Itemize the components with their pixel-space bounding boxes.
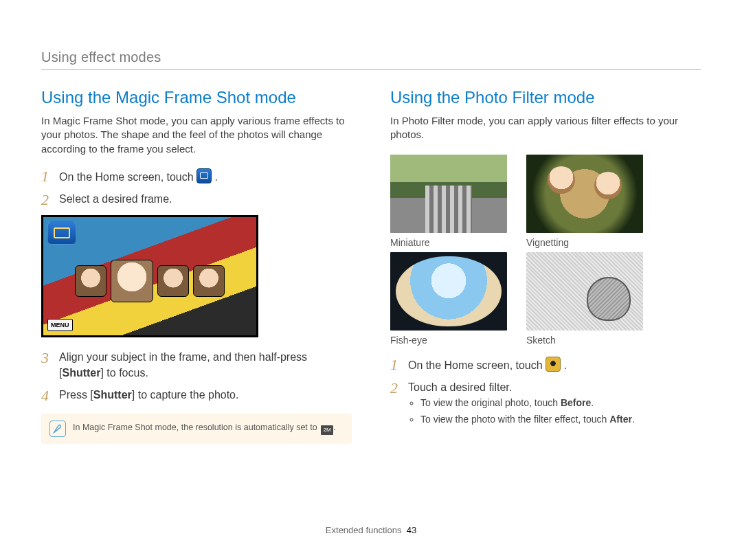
step-1: 1 On the Home screen, touch .: [41, 168, 352, 185]
step-text: On the Home screen, touch .: [408, 357, 701, 373]
sub-bullets: To view the original photo, touch Before…: [408, 396, 701, 426]
section-title-magic-frame: Using the Magic Frame Shot mode: [41, 88, 352, 107]
filter-label: Miniature: [390, 237, 507, 248]
step-text: Touch a desired filter. To view the orig…: [408, 380, 701, 429]
magic-frame-mode-icon: [196, 168, 212, 183]
step-3: 3 Align your subject in the frame, and t…: [41, 350, 352, 381]
intro-text: In Photo Filter mode, you can apply vari…: [390, 114, 701, 142]
filter-example: Sketch: [526, 252, 643, 346]
text-fragment: ] to focus.: [100, 367, 148, 379]
manual-page: Using effect modes Using the Magic Frame…: [0, 0, 742, 471]
intro-text: In Magic Frame Shot mode, you can apply …: [41, 114, 352, 156]
before-label: Before: [561, 397, 591, 408]
step-number: 1: [390, 357, 408, 373]
filter-example: Vignetting: [526, 155, 643, 248]
breadcrumb: Using effect modes: [41, 49, 701, 70]
bullet-item: To view the original photo, touch Before…: [420, 396, 701, 410]
step-4: 4 Press [Shutter] to capture the photo.: [41, 388, 352, 404]
step-1: 1 On the Home screen, touch .: [390, 357, 701, 373]
step-number: 2: [41, 192, 59, 208]
steps-list: 1 On the Home screen, touch . 2 Touch a …: [390, 357, 701, 429]
page-number: 43: [407, 525, 416, 535]
two-column-layout: Using the Magic Frame Shot mode In Magic…: [41, 88, 701, 444]
text-fragment: .: [632, 414, 635, 425]
text-fragment: On the Home screen, touch: [59, 171, 196, 183]
bullet-item: To view the photo with the filter effect…: [420, 413, 701, 427]
filter-example: Fish-eye: [390, 252, 507, 346]
text-fragment: .: [564, 359, 567, 371]
left-column: Using the Magic Frame Shot mode In Magic…: [41, 88, 352, 444]
resolution-icon: 2M: [321, 425, 333, 435]
section-title-photo-filter: Using the Photo Filter mode: [390, 88, 701, 107]
text-fragment: To view the original photo, touch: [420, 397, 561, 408]
step-text: On the Home screen, touch .: [59, 168, 352, 185]
step-number: 4: [41, 388, 59, 404]
step-number: 3: [41, 350, 59, 366]
shutter-label: Shutter: [62, 367, 100, 379]
filter-label: Fish-eye: [390, 335, 507, 346]
note-box: In Magic Frame Shot mode, the resolution…: [41, 414, 352, 444]
text-fragment: Touch a desired filter.: [408, 381, 512, 393]
filter-label: Sketch: [526, 335, 643, 346]
camera-screenshot: MENU: [41, 215, 258, 337]
text-fragment: ] to capture the photo.: [132, 389, 239, 401]
frame-thumbnail: [193, 265, 225, 297]
step-number: 1: [41, 168, 59, 185]
menu-button-label: MENU: [47, 319, 73, 331]
page-footer: Extended functions 43: [0, 525, 742, 535]
fisheye-sample-image: [390, 252, 507, 331]
note-icon: [49, 421, 66, 437]
steps-list: 1 On the Home screen, touch . 2 Select a…: [41, 168, 352, 209]
text-fragment: .: [333, 423, 335, 432]
filter-example: Miniature: [390, 155, 507, 248]
text-fragment: .: [591, 397, 594, 408]
vignetting-sample-image: [526, 155, 643, 233]
filter-label: Vignetting: [526, 237, 643, 248]
step-2: 2 Select a desired frame.: [41, 192, 352, 208]
step-text: Select a desired frame.: [59, 192, 352, 207]
text-fragment: Press [: [59, 389, 93, 401]
steps-list-continued: 3 Align your subject in the frame, and t…: [41, 350, 352, 404]
right-column: Using the Photo Filter mode In Photo Fil…: [390, 88, 701, 444]
text-fragment: On the Home screen, touch: [408, 359, 546, 371]
photo-filter-mode-icon: [546, 357, 561, 372]
frame-thumbnails: [75, 265, 225, 308]
filter-examples-grid: Miniature Vignetting Fish-eye Sketch: [390, 155, 701, 346]
step-text: Align your subject in the frame, and the…: [59, 350, 352, 381]
step-text: Press [Shutter] to capture the photo.: [59, 388, 352, 403]
mode-icon: [47, 221, 76, 245]
miniature-sample-image: [390, 155, 507, 233]
after-label: After: [609, 414, 632, 425]
shutter-label: Shutter: [93, 389, 132, 401]
text-fragment: To view the photo with the filter effect…: [420, 414, 609, 425]
frame-thumbnail-selected: [111, 260, 153, 302]
step-2: 2 Touch a desired filter. To view the or…: [390, 380, 701, 429]
text-fragment: .: [215, 171, 218, 183]
footer-section-label: Extended functions: [326, 525, 402, 535]
sketch-sample-image: [526, 252, 643, 331]
frame-thumbnail: [75, 265, 106, 297]
text-fragment: In Magic Frame Shot mode, the resolution…: [73, 423, 319, 432]
note-text: In Magic Frame Shot mode, the resolution…: [73, 423, 336, 435]
frame-thumbnail: [157, 265, 189, 297]
step-number: 2: [390, 380, 408, 396]
